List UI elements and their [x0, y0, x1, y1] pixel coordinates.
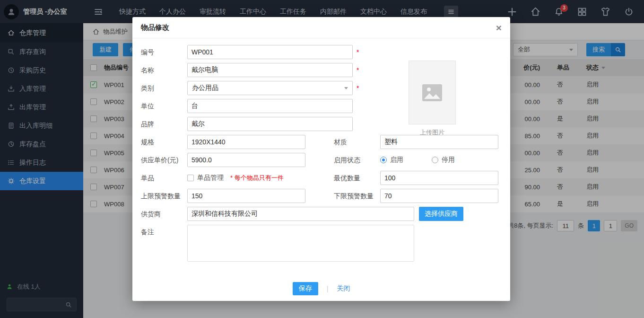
required-mark: * — [357, 45, 359, 59]
code-input[interactable] — [187, 45, 353, 59]
unit-price-input[interactable] — [187, 153, 305, 167]
remark-label: 备注 — [141, 225, 187, 239]
field-row-warn-limits: 上限预警数量 下限预警数量 — [141, 189, 502, 203]
brand-label: 品牌 — [141, 117, 187, 131]
radio-enabled-label: 启用 — [390, 156, 403, 164]
item-edit-modal: 物品修改 × 编号 * 名称 * 类别 办公用品 * 单位 品牌 — [132, 17, 510, 301]
modal-body: 编号 * 名称 * 类别 办公用品 * 单位 品牌 规格 — [132, 38, 510, 276]
chevron-down-icon — [344, 87, 348, 89]
field-row-price-status: 供应单价(元) 启用状态 启用 停用 — [141, 153, 502, 167]
upload-image-box[interactable] — [409, 61, 456, 124]
upper-warn-input[interactable] — [187, 189, 305, 203]
spec-label: 规格 — [141, 135, 187, 149]
radio-disabled[interactable] — [432, 157, 438, 163]
field-row-single-optimal: 单品 单品管理 * 每个物品只有一件 最优数量 — [141, 171, 502, 185]
field-row-code: 编号 * — [141, 45, 502, 59]
single-note: * 每个物品只有一件 — [230, 174, 284, 182]
lower-warn-input[interactable] — [380, 189, 498, 203]
material-label: 材质 — [334, 135, 380, 149]
unit-input[interactable] — [187, 99, 353, 113]
radio-enabled[interactable] — [380, 157, 387, 163]
required-mark: * — [357, 81, 359, 95]
supplier-input[interactable] — [187, 207, 414, 221]
enable-status-radios: 启用 停用 — [380, 156, 498, 164]
remark-textarea[interactable] — [187, 225, 414, 262]
modal-footer: 保存 | 关闭 — [132, 276, 510, 301]
category-selected-value: 办公用品 — [192, 84, 218, 92]
enable-status-label: 启用状态 — [334, 153, 380, 167]
field-row-remark: 备注 — [141, 225, 502, 262]
unit-price-label: 供应单价(元) — [141, 153, 187, 167]
modal-title: 物品修改 — [141, 23, 169, 32]
modal-header: 物品修改 × — [132, 17, 510, 38]
code-label: 编号 — [141, 45, 187, 59]
single-management-checkbox[interactable] — [187, 175, 194, 181]
single-checkbox-label: 单品管理 — [197, 174, 224, 182]
upload-label: 上传图片 — [409, 128, 456, 137]
field-row-supplier: 供货商 选择供应商 — [141, 207, 502, 221]
material-input[interactable] — [380, 135, 498, 149]
optimal-qty-input[interactable] — [380, 171, 498, 185]
field-row-spec-material: 规格 材质 — [141, 135, 502, 149]
supplier-label: 供货商 — [141, 207, 187, 221]
required-mark: * — [357, 63, 359, 77]
single-label: 单品 — [141, 171, 187, 185]
close-button[interactable]: 关闭 — [337, 284, 350, 293]
radio-disabled-label: 停用 — [442, 156, 455, 164]
optimal-qty-label: 最优数量 — [334, 171, 380, 185]
category-select[interactable]: 办公用品 — [187, 81, 353, 95]
name-input[interactable] — [187, 63, 353, 77]
footer-separator: | — [327, 285, 329, 292]
select-supplier-button[interactable]: 选择供应商 — [419, 207, 463, 221]
save-button[interactable]: 保存 — [293, 282, 318, 295]
spec-input[interactable] — [187, 135, 305, 149]
category-label: 类别 — [141, 81, 187, 95]
lower-warn-label: 下限预警数量 — [334, 189, 380, 203]
brand-input[interactable] — [187, 117, 353, 131]
image-placeholder-icon — [422, 84, 442, 101]
name-label: 名称 — [141, 63, 187, 77]
unit-label: 单位 — [141, 99, 187, 113]
close-icon[interactable]: × — [496, 23, 502, 33]
upload-section: 上传图片 — [409, 61, 456, 137]
upper-warn-label: 上限预警数量 — [141, 189, 187, 203]
